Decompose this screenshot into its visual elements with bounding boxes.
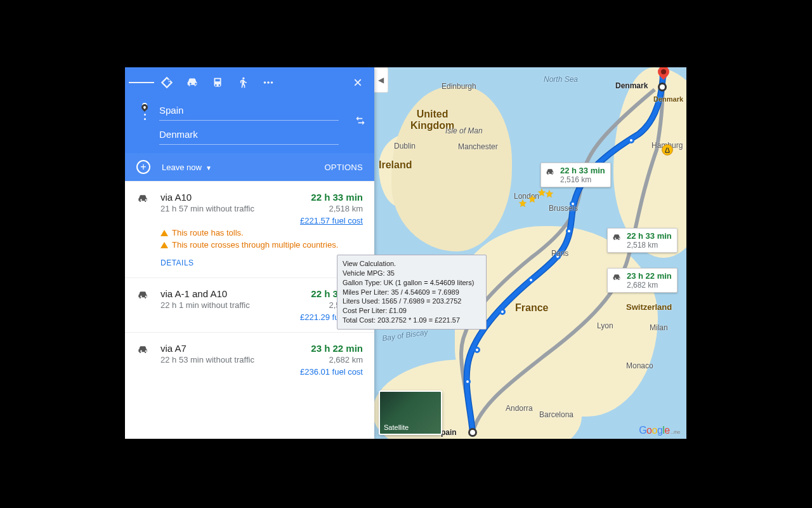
mode-best[interactable] bbox=[154, 67, 180, 98]
car-icon bbox=[136, 192, 149, 205]
route-distance: 2,682 km bbox=[329, 355, 363, 364]
warning-icon bbox=[160, 242, 168, 248]
city-andorra: Andorra bbox=[506, 404, 533, 413]
route-details-link[interactable]: DETAILS bbox=[160, 258, 194, 267]
tooltip-line: Miles Per Liter: 35 / 4.54609 = 7.6989 bbox=[343, 288, 481, 297]
car-icon bbox=[612, 232, 622, 243]
city-milan: Milan bbox=[650, 323, 668, 332]
destination-input[interactable] bbox=[159, 129, 339, 140]
city-lyon: Lyon bbox=[597, 321, 613, 330]
city-dublin: Dublin bbox=[394, 142, 416, 150]
city-barcelona: Barcelona bbox=[539, 410, 573, 419]
swap-origin-destination-button[interactable] bbox=[354, 114, 367, 127]
car-icon bbox=[136, 344, 149, 356]
bubble-time: 22 h 33 min bbox=[560, 166, 605, 175]
svg-point-15 bbox=[271, 81, 273, 84]
destination-label: Denmark bbox=[615, 81, 648, 90]
fuel-cost-tooltip: View Calculation. Vehicle MPG: 35 Gallon… bbox=[337, 255, 487, 330]
tooltip-line: Vehicle MPG: 35 bbox=[343, 269, 481, 278]
fuel-cost: £236.01 fuel cost bbox=[300, 367, 363, 377]
directions-icon bbox=[160, 76, 174, 90]
tooltip-line: Gallon Type: UK (1 gallon = 4.54609 lite… bbox=[343, 278, 481, 288]
tooltip-line: View Calculation. bbox=[343, 259, 481, 269]
swap-icon bbox=[354, 114, 367, 127]
sidebar-header: × bbox=[125, 67, 374, 153]
route-options-button[interactable]: OPTIONS bbox=[324, 163, 363, 172]
bubble-dist: 2,682 km bbox=[627, 281, 672, 290]
route-warning: This route has tolls. bbox=[160, 228, 363, 237]
origin-input[interactable] bbox=[159, 105, 339, 116]
svg-point-11 bbox=[662, 145, 673, 156]
destination-marker-icon bbox=[658, 67, 669, 84]
depart-options-bar: + Leave now▼ OPTIONS bbox=[125, 153, 374, 181]
route-bubble-1[interactable]: 22 h 33 min 2,518 km bbox=[607, 228, 678, 253]
svg-point-14 bbox=[267, 81, 270, 84]
fuel-cost-link[interactable]: £221.57 fuel cost bbox=[300, 216, 363, 225]
bubble-dist: 2,518 km bbox=[627, 241, 672, 250]
close-directions-button[interactable]: × bbox=[345, 67, 370, 98]
tooltip-line: Cost Per Liter: £1.09 bbox=[343, 306, 481, 316]
sea-bay: Bay of Biscay bbox=[381, 328, 428, 343]
car-icon bbox=[545, 167, 555, 177]
route-name: via A-1 and A10 bbox=[160, 288, 227, 299]
car-icon bbox=[136, 289, 149, 302]
route-name: via A10 bbox=[160, 192, 192, 203]
satellite-label: Satellite bbox=[384, 424, 409, 431]
city-edinburgh: Edinburgh bbox=[442, 82, 476, 91]
svg-point-13 bbox=[264, 81, 266, 84]
add-stop-button[interactable]: + bbox=[136, 160, 150, 174]
bubble-dist: 2,516 km bbox=[560, 175, 605, 184]
tooltip-line: Liters Used: 1565 / 7.6989 = 203.2752 bbox=[343, 297, 481, 306]
country-denmark: Denmark bbox=[653, 95, 683, 103]
route-name: via A7 bbox=[160, 343, 187, 354]
destination-pin[interactable] bbox=[658, 83, 667, 91]
walk-icon bbox=[237, 76, 249, 90]
mode-walking[interactable] bbox=[230, 67, 256, 98]
route-bubble-0[interactable]: 22 h 33 min 2,516 km bbox=[540, 163, 611, 187]
mode-transit[interactable] bbox=[205, 67, 230, 98]
more-icon bbox=[261, 76, 275, 90]
directions-sidebar: × + Leave now▼ OPTIONS via A10 22 bbox=[125, 67, 374, 439]
svg-point-12 bbox=[242, 77, 244, 79]
app-window: Spain Denmark North Sea United Kingdom I… bbox=[125, 67, 686, 439]
car-icon bbox=[612, 272, 622, 283]
saved-place-star-icon[interactable] bbox=[518, 199, 527, 208]
leave-now-dropdown[interactable]: Leave now▼ bbox=[162, 163, 212, 172]
bubble-time: 23 h 22 min bbox=[627, 271, 672, 281]
route-item-2[interactable]: via A7 23 h 22 min 22 h 53 min without t… bbox=[125, 332, 374, 387]
collapse-sidebar-button[interactable]: ◀ bbox=[374, 67, 388, 93]
country-switzerland: Switzerland bbox=[626, 302, 672, 312]
menu-button[interactable] bbox=[129, 67, 154, 98]
satellite-toggle[interactable]: Satellite bbox=[379, 391, 442, 435]
route-warning: This route crosses through multiple coun… bbox=[160, 240, 363, 250]
car-icon bbox=[185, 76, 199, 90]
route-time: 22 h 33 min bbox=[311, 192, 363, 203]
mode-more[interactable] bbox=[256, 67, 281, 98]
tooltip-line: Total Cost: 203.2752 * 1.09 = £221.57 bbox=[343, 316, 481, 325]
city-monaco: Monaco bbox=[626, 361, 653, 370]
country-ireland: Ireland bbox=[379, 159, 412, 171]
saved-place-star-icon[interactable] bbox=[528, 194, 537, 203]
mode-driving[interactable] bbox=[180, 67, 205, 98]
route-no-traffic: 22 h 53 min without traffic bbox=[160, 355, 254, 364]
route-no-traffic: 21 h 57 min without traffic bbox=[160, 204, 254, 213]
label-isle-of-man: Isle of Man bbox=[445, 126, 483, 135]
country-france: France bbox=[515, 302, 548, 314]
saved-place-star-icon[interactable] bbox=[545, 189, 554, 198]
waypoint-markers bbox=[142, 103, 147, 121]
bubble-time: 22 h 33 min bbox=[627, 231, 672, 241]
city-brussels: Brussels bbox=[549, 204, 578, 213]
sea-label: North Sea bbox=[544, 75, 578, 84]
google-logo: Google...rhe bbox=[639, 425, 680, 436]
route-no-traffic: 22 h 1 min without traffic bbox=[160, 300, 250, 310]
train-icon bbox=[211, 76, 225, 90]
route-bubble-2[interactable]: 23 h 22 min 2,682 km bbox=[607, 268, 678, 293]
city-manchester: Manchester bbox=[458, 142, 498, 151]
warning-icon bbox=[160, 230, 168, 236]
route-distance: 2,518 km bbox=[329, 204, 363, 213]
route-time: 23 h 22 min bbox=[311, 343, 363, 354]
construction-icon bbox=[661, 144, 674, 156]
city-paris: Paris bbox=[551, 249, 568, 258]
origin-pin[interactable] bbox=[468, 428, 477, 437]
